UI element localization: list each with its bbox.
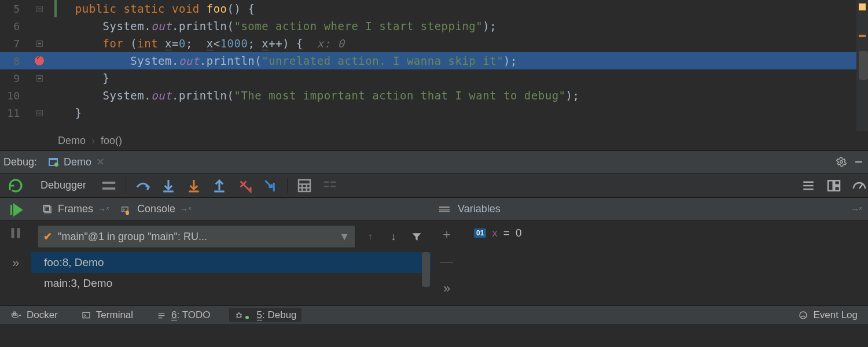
debugger-tab[interactable]: Debugger (35, 177, 92, 194)
svg-line-29 (859, 183, 863, 189)
threads-icon[interactable] (100, 177, 117, 194)
code-line[interactable]: 6 System.out.println("some action where … (0, 17, 868, 35)
debug-session-tab[interactable]: Demo ✕ (43, 153, 109, 171)
svg-rect-14 (299, 180, 310, 191)
variables-label: Variables (458, 203, 501, 215)
more-icon[interactable]: » (443, 281, 450, 296)
debug-toolwindow-header: Debug: Demo ✕ (0, 150, 868, 174)
resume-program-button[interactable] (7, 201, 24, 219)
frames-list[interactable]: foo:8, Demo main:3, Demo (31, 252, 431, 305)
add-watch-button[interactable]: ＋ (440, 226, 453, 243)
drop-frame-button[interactable] (236, 177, 253, 194)
todo-toolwindow-button[interactable]: 6: TODO (152, 308, 215, 322)
variables-header: Variables →ˣ (431, 198, 868, 220)
memory-profiler-button[interactable] (851, 177, 868, 194)
svg-rect-42 (83, 312, 90, 318)
run-to-cursor-button[interactable] (262, 177, 279, 194)
warnings-indicator[interactable] (859, 3, 866, 10)
variables-icon (439, 206, 450, 212)
next-frame-button[interactable]: ↓ (385, 228, 402, 245)
variable-row[interactable]: 01 x = 0 (474, 227, 856, 239)
terminal-toolwindow-button[interactable]: Terminal (76, 308, 138, 322)
filter-frames-button[interactable] (408, 228, 425, 245)
breadcrumb-item[interactable]: Demo (58, 135, 86, 147)
minimize-icon[interactable] (853, 156, 865, 168)
line-number: 11 (0, 107, 24, 119)
debug-label: Debug: (3, 156, 37, 168)
line-number: 10 (0, 90, 24, 102)
docker-toolwindow-button[interactable]: Docker (6, 308, 62, 322)
breadcrumb-item[interactable]: foo() (101, 135, 122, 147)
code-editor[interactable]: 5 public static void foo() { 6 System.ou… (0, 0, 868, 131)
console-icon (121, 204, 133, 215)
force-step-into-button[interactable] (185, 177, 203, 194)
code-line[interactable]: 7 for (int x=0; x<1000; x++) { x: 0 (0, 35, 868, 52)
restore-layout-button[interactable] (825, 177, 843, 194)
svg-marker-31 (14, 205, 22, 215)
check-icon: ✔ (43, 230, 52, 243)
settings-icon[interactable] (836, 156, 847, 168)
thread-selector[interactable]: ✔ "main"@1 in group "main": RU... ▼ (37, 225, 356, 248)
svg-rect-26 (828, 180, 833, 191)
debug-toolbar: Debugger (0, 174, 868, 198)
more-icon[interactable]: » (12, 256, 19, 271)
debug-session-name: Demo (64, 156, 91, 168)
variables-list[interactable]: 01 x = 0 (462, 221, 868, 305)
chevron-down-icon: ▼ (339, 231, 350, 243)
remove-watch-button[interactable]: — (440, 254, 453, 270)
frame-item[interactable]: main:3, Demo (31, 273, 431, 294)
svg-rect-39 (14, 313, 15, 315)
debug-toolwindow-button[interactable]: 5: Debug (229, 308, 301, 322)
chevron-right-icon: › (91, 135, 95, 147)
close-icon[interactable]: ✕ (96, 156, 105, 168)
code-line[interactable]: 5 public static void foo() { (0, 0, 868, 17)
step-over-button[interactable] (134, 177, 152, 194)
pin-icon[interactable]: →ˣ (98, 205, 109, 214)
frames-icon (42, 204, 53, 215)
svg-point-0 (840, 161, 843, 164)
frame-item[interactable]: foo:8, Demo (31, 252, 431, 273)
svg-rect-38 (12, 313, 14, 315)
variable-value: 0 (516, 227, 522, 239)
previous-frame-button[interactable]: ↑ (362, 228, 379, 245)
console-tab[interactable]: Console →ˣ (115, 201, 197, 217)
scrollbar-thumb[interactable] (422, 252, 430, 287)
svg-point-52 (800, 312, 807, 319)
line-number: 6 (0, 20, 24, 32)
code-line[interactable]: 10 System.out.println("The most importan… (0, 87, 868, 104)
variable-name: x (492, 227, 498, 239)
fold-icon[interactable] (36, 6, 43, 12)
status-bar: Docker Terminal 6: TODO 5: Debug Event L… (0, 305, 868, 324)
trace-current-stream-chain-button[interactable] (321, 177, 339, 194)
step-into-button[interactable] (160, 177, 177, 194)
breadcrumb[interactable]: Demo › foo() (0, 131, 868, 150)
fold-icon[interactable] (36, 75, 43, 82)
scrollbar-thumb[interactable] (859, 51, 868, 80)
layout-settings-button[interactable] (800, 177, 817, 194)
pin-icon[interactable]: →ˣ (851, 205, 868, 214)
primitive-badge: 01 (474, 228, 486, 238)
run-config-icon (47, 156, 59, 168)
line-number: 9 (0, 72, 24, 84)
editor-scrollbar[interactable] (856, 0, 868, 131)
svg-rect-35 (12, 228, 14, 238)
fold-icon[interactable] (36, 110, 43, 116)
evaluate-expression-button[interactable] (296, 177, 313, 194)
console-tab-label: Console (137, 203, 175, 215)
execution-line[interactable]: 8 System.out.println("unrelated action. … (0, 52, 868, 69)
code-line[interactable]: 11 } (0, 104, 868, 121)
svg-rect-28 (834, 186, 840, 191)
fold-icon[interactable] (36, 40, 43, 47)
rerun-button[interactable] (7, 177, 24, 194)
pause-program-button[interactable] (7, 224, 24, 242)
event-log-button[interactable]: Event Log (793, 308, 862, 322)
step-out-button[interactable] (211, 177, 228, 194)
line-number: 8 (0, 55, 24, 67)
code-line[interactable]: 9 } (0, 69, 868, 87)
svg-point-46 (237, 313, 241, 318)
frames-tab-label: Frames (58, 203, 93, 215)
thread-selector-text: "main"@1 in group "main": RU... (58, 231, 207, 243)
pin-icon[interactable]: →ˣ (180, 205, 192, 214)
breakpoint-icon[interactable] (35, 56, 44, 65)
frames-tab[interactable]: Frames →ˣ (36, 201, 115, 217)
